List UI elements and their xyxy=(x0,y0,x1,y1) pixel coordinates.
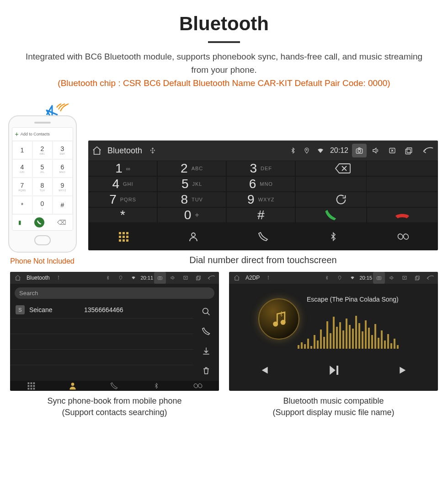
svg-point-41 xyxy=(273,322,278,327)
key-3[interactable]: 3DEF xyxy=(226,161,295,176)
page-subtitle: Integrated with BC6 Bluetooth module, su… xyxy=(0,50,448,76)
delete-icon[interactable] xyxy=(202,366,211,375)
phone-home-button[interactable] xyxy=(34,235,51,245)
svg-point-23 xyxy=(203,308,208,313)
nav-dialpad[interactable] xyxy=(88,223,158,250)
back-button[interactable] xyxy=(421,144,435,157)
album-art xyxy=(258,298,299,340)
download-icon[interactable] xyxy=(202,346,211,356)
keypad: 1∞ 2ABC 3DEF 4GHI 5JKL 6MNO 7PQRS 8TUV 9… xyxy=(88,161,295,223)
refresh-button[interactable] xyxy=(295,192,367,207)
recent-apps-button[interactable] xyxy=(401,144,416,157)
phone-key-2[interactable]: 2ABC xyxy=(32,141,53,159)
back-button[interactable] xyxy=(205,272,217,284)
screenshot-button[interactable] xyxy=(352,144,367,157)
screenshot-button[interactable] xyxy=(373,272,385,284)
location-icon xyxy=(334,272,346,284)
phone-key-7[interactable]: 7PQRS xyxy=(12,178,32,196)
phone-key-hash[interactable]: # xyxy=(53,196,73,214)
screenshot-button[interactable] xyxy=(154,272,166,284)
backspace-button[interactable] xyxy=(295,161,367,176)
back-button[interactable] xyxy=(424,272,436,284)
nav-bluetooth[interactable] xyxy=(298,223,368,250)
nav-bluetooth[interactable] xyxy=(135,381,177,391)
usb-icon xyxy=(147,145,159,157)
key-4[interactable]: 4GHI xyxy=(88,176,157,192)
svg-rect-24 xyxy=(27,383,29,384)
svg-rect-39 xyxy=(416,276,420,279)
phone-key-4[interactable]: 4GHI xyxy=(12,159,32,178)
music-controls xyxy=(229,363,438,377)
key-0[interactable]: 0+ xyxy=(157,207,226,223)
recent-apps-button[interactable] xyxy=(411,272,423,284)
key-5[interactable]: 5JKL xyxy=(157,176,226,192)
search-input[interactable]: Search xyxy=(15,287,214,299)
close-app-button[interactable] xyxy=(385,144,400,157)
usb-icon xyxy=(262,272,274,284)
key-1[interactable]: 1∞ xyxy=(88,161,157,176)
key-2[interactable]: 2ABC xyxy=(157,161,226,176)
key-8[interactable]: 8TUV xyxy=(157,192,226,207)
phone-key-6[interactable]: 6MNO xyxy=(53,159,73,178)
phone-key-star[interactable]: * xyxy=(12,196,32,214)
nav-contacts[interactable] xyxy=(158,223,228,250)
call-button[interactable] xyxy=(34,217,44,227)
key-hash[interactable]: # xyxy=(226,207,295,223)
close-app-button[interactable] xyxy=(399,272,411,284)
volume-button[interactable] xyxy=(386,272,398,284)
svg-point-19 xyxy=(159,277,161,279)
nav-contacts-active[interactable] xyxy=(52,381,93,391)
svg-rect-5 xyxy=(405,149,411,154)
volume-button[interactable] xyxy=(368,144,383,157)
nav-call-log[interactable] xyxy=(94,381,135,391)
prev-track-button[interactable] xyxy=(258,364,270,376)
nav-dialpad[interactable] xyxy=(10,381,52,391)
add-contacts-row[interactable]: + Add to Contacts xyxy=(12,128,73,141)
svg-rect-28 xyxy=(30,385,32,387)
nav-pair[interactable] xyxy=(177,381,219,391)
call-hangup-button[interactable] xyxy=(367,207,438,223)
phone-key-1[interactable]: 1 xyxy=(12,141,32,159)
key-7[interactable]: 7PQRS xyxy=(88,192,157,207)
home-icon[interactable] xyxy=(91,145,103,157)
key-star[interactable]: * xyxy=(88,207,157,223)
svg-point-0 xyxy=(306,149,307,150)
phone-key-0[interactable]: 0+ xyxy=(32,196,53,214)
phone-key-5[interactable]: 5JKL xyxy=(32,159,53,178)
home-icon[interactable] xyxy=(231,272,243,284)
volume-button[interactable] xyxy=(167,272,179,284)
phone-key-3[interactable]: 3DEF xyxy=(53,141,73,159)
close-app-button[interactable] xyxy=(180,272,192,284)
svg-point-17 xyxy=(402,233,409,240)
refresh-cell[interactable] xyxy=(367,192,438,207)
call-icon[interactable] xyxy=(202,327,211,336)
key-6[interactable]: 6MNO xyxy=(226,176,295,192)
contact-number: 13566664466 xyxy=(84,306,123,313)
nav-pair[interactable] xyxy=(368,223,438,250)
app-title: A2DP xyxy=(245,275,260,281)
svg-rect-12 xyxy=(119,239,121,242)
call-answer-button[interactable] xyxy=(295,207,367,223)
phonebook-panel: Bluetooth 20:11 Search S Seicane xyxy=(10,272,219,418)
row-dialer: + Add to Contacts 1 2ABC 3DEF 4GHI 5JKL … xyxy=(0,97,448,265)
home-icon[interactable] xyxy=(12,272,24,284)
backspace-cell[interactable] xyxy=(367,161,438,176)
wifi-icon xyxy=(347,272,358,284)
phone-mock: + Add to Contacts 1 2ABC 3DEF 4GHI 5JKL … xyxy=(8,115,77,253)
svg-rect-25 xyxy=(30,383,32,384)
dialer-body: 1∞ 2ABC 3DEF 4GHI 5JKL 6MNO 7PQRS 8TUV 9… xyxy=(88,161,438,223)
backspace-icon-phone[interactable]: ⌫ xyxy=(57,219,66,226)
phonebook-bottom-nav xyxy=(10,381,219,391)
key-9[interactable]: 9WXYZ xyxy=(226,192,295,207)
svg-rect-30 xyxy=(27,388,29,390)
nav-call-log[interactable] xyxy=(228,223,298,250)
search-icon[interactable] xyxy=(202,307,211,316)
contact-row[interactable]: S Seicane 13566664466 xyxy=(10,302,193,319)
recent-apps-button[interactable] xyxy=(192,272,204,284)
play-pause-button[interactable] xyxy=(327,363,341,377)
svg-rect-27 xyxy=(27,385,29,387)
phone-key-9[interactable]: 9WXYZ xyxy=(53,178,73,196)
app-title: Bluetooth xyxy=(27,275,50,281)
phone-key-8[interactable]: 8TUV xyxy=(32,178,53,196)
next-track-button[interactable] xyxy=(398,364,410,376)
